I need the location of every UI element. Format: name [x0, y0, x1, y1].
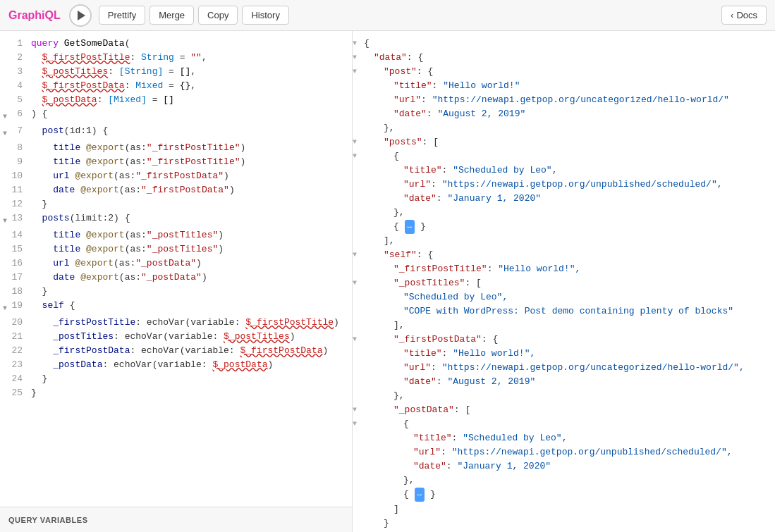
toggle-arrow[interactable]: ▼ — [0, 299, 10, 316]
response-text: "_postTitles": [ — [364, 276, 769, 290]
toggle-arrow[interactable]: ▼ — [0, 124, 10, 141]
line-number: 15 — [10, 242, 31, 256]
response-line: ▼{ — [353, 417, 775, 431]
response-toggle[interactable]: ▼ — [353, 149, 364, 163]
docs-button[interactable]: ‹ Docs — [721, 6, 767, 25]
response-line: ] — [353, 502, 775, 516]
toggle-arrow — [0, 65, 10, 68]
response-line: }, — [353, 121, 775, 135]
toggle-arrow — [0, 316, 10, 318]
query-editor[interactable]: 1query GetSomeData(2 $_firstPostTitle: S… — [0, 31, 352, 507]
response-line: { ↔ } — [353, 220, 775, 234]
response-text: "url": "https://newapi.getpop.org/unpubl… — [364, 445, 769, 459]
query-line: ▼13 posts(limit:2) { — [0, 211, 352, 228]
line-text: $_postData: [Mixed] = [] — [31, 93, 346, 107]
response-line: "title": "Hello world!", — [353, 347, 775, 361]
toggle-arrow — [0, 183, 10, 186]
response-toggle[interactable]: ▼ — [353, 51, 364, 65]
toggle-arrow — [0, 242, 10, 245]
response-text: "self": { — [364, 248, 769, 262]
line-text: _postTitles: echoVar(variable: $_postTit… — [31, 330, 346, 344]
response-line: "url": "https://newapi.getpop.org/uncate… — [353, 93, 775, 107]
line-text: _firstPostTitle: echoVar(variable: $_fir… — [31, 316, 346, 330]
response-toggle[interactable]: ▼ — [353, 333, 364, 347]
response-line: }, — [353, 206, 775, 220]
response-toggle[interactable]: ▼ — [353, 276, 364, 290]
line-number: 20 — [10, 316, 31, 330]
response-line: ], — [353, 318, 775, 333]
query-line: 4 $_firstPostData: Mixed = {}, — [0, 79, 352, 93]
response-text: "posts": [ — [364, 135, 769, 149]
line-number: 19 — [10, 299, 31, 313]
query-line: 1query GetSomeData( — [0, 37, 352, 51]
run-button[interactable] — [69, 4, 92, 27]
expand-button[interactable]: ↔ — [415, 488, 425, 502]
prettify-button[interactable]: Prettify — [99, 6, 145, 25]
query-line: 9 title @export(as:"_firstPostTitle") — [0, 155, 352, 169]
line-number: 16 — [10, 256, 31, 271]
line-text: date @export(as:"_postData") — [31, 271, 346, 285]
response-toggle[interactable]: ▼ — [353, 65, 364, 79]
toggle-arrow — [0, 386, 10, 389]
query-line: 23 _postData: echoVar(variable: $_postDa… — [0, 358, 352, 372]
toggle-arrow — [0, 344, 10, 347]
response-line: "title": "Scheduled by Leo", — [353, 163, 775, 178]
line-text: posts(limit:2) { — [31, 211, 346, 225]
line-number: 13 — [10, 211, 31, 225]
line-text: ) { — [31, 107, 346, 121]
response-text: "_firstPostTitle": "Hello world!", — [364, 262, 769, 276]
response-text: { ↔ } — [364, 220, 769, 234]
query-line: 25} — [0, 386, 352, 400]
response-line: "_firstPostTitle": "Hello world!", — [353, 262, 775, 276]
query-variables-bar[interactable]: QUERY VARIABLES — [0, 507, 352, 532]
query-line: 5 $_postData: [Mixed] = [] — [0, 93, 352, 107]
line-number: 3 — [10, 65, 31, 79]
query-variables-label: QUERY VARIABLES — [8, 516, 88, 524]
response-line: "url": "https://newapi.getpop.org/uncate… — [353, 361, 775, 375]
query-line: 10 url @export(as:"_firstPostData") — [0, 169, 352, 183]
response-text: "title": "Hello world!", — [364, 347, 769, 361]
history-button[interactable]: History — [242, 6, 288, 25]
response-line: ], — [353, 234, 775, 248]
response-text: "date": "August 2, 2019" — [364, 375, 769, 389]
toggle-arrow[interactable]: ▼ — [0, 211, 10, 228]
response-line: "date": "January 1, 2020" — [353, 459, 775, 474]
response-toggle[interactable]: ▼ — [353, 135, 364, 149]
line-text: } — [31, 372, 346, 386]
expand-button[interactable]: ↔ — [405, 220, 415, 234]
line-number: 23 — [10, 358, 31, 372]
query-line: 18 } — [0, 285, 352, 299]
response-panel[interactable]: ▼{▼"data": {▼"post": {"title": "Hello wo… — [353, 31, 775, 532]
toggle-arrow[interactable]: ▼ — [0, 107, 10, 124]
response-text: "title": "Hello world!" — [364, 79, 769, 93]
copy-button[interactable]: Copy — [198, 6, 238, 25]
response-text: ], — [364, 234, 769, 248]
line-number: 4 — [10, 79, 31, 93]
query-line: 2 $_firstPostTitle: String = "", — [0, 51, 352, 65]
response-toggle[interactable]: ▼ — [353, 417, 364, 431]
response-text: ] — [364, 502, 769, 516]
response-text: "COPE with WordPress: Post demo containi… — [364, 304, 769, 318]
response-toggle[interactable]: ▼ — [353, 403, 364, 417]
query-line: 16 url @export(as:"_postData") — [0, 256, 352, 271]
response-toggle[interactable]: ▼ — [353, 248, 364, 262]
merge-button[interactable]: Merge — [149, 6, 194, 25]
response-text: "url": "https://newapi.getpop.org/uncate… — [364, 361, 769, 375]
toggle-arrow — [0, 271, 10, 273]
toggle-arrow — [0, 141, 10, 144]
response-text: { ↔ } — [364, 488, 769, 502]
line-text: self { — [31, 299, 346, 313]
svg-marker-0 — [78, 11, 85, 20]
toggle-arrow — [0, 358, 10, 361]
query-line: 21 _postTitles: echoVar(variable: $_post… — [0, 330, 352, 344]
query-line: 24 } — [0, 372, 352, 386]
line-text: title @export(as:"_firstPostTitle") — [31, 155, 346, 169]
response-toggle[interactable]: ▼ — [353, 37, 364, 51]
response-text: { — [364, 37, 769, 51]
response-text: { — [364, 417, 769, 431]
response-line: "date": "January 1, 2020" — [353, 192, 775, 206]
line-number: 1 — [10, 37, 31, 51]
docs-label: Docs — [736, 10, 757, 20]
line-number: 22 — [10, 344, 31, 358]
response-text: "date": "August 2, 2019" — [364, 107, 769, 121]
